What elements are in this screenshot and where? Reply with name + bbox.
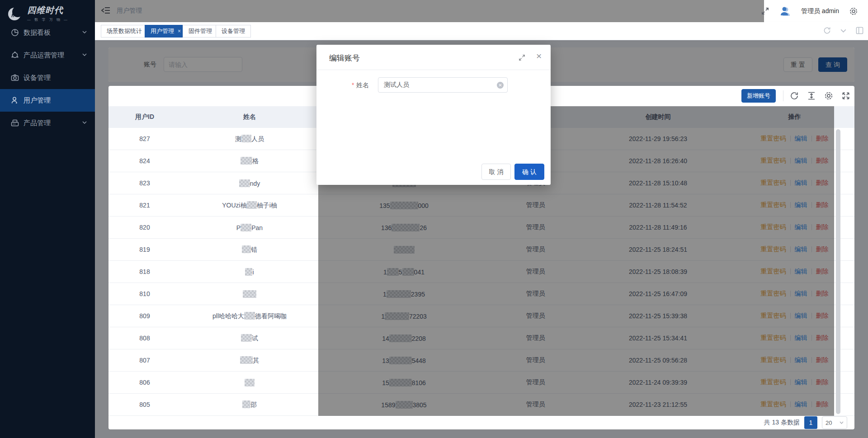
cell-name: 格 — [181, 157, 318, 165]
cell-name: 其 — [181, 356, 318, 365]
chevron-down-icon — [82, 121, 87, 124]
layout-panel-icon[interactable] — [856, 27, 863, 34]
cell-name: YOUzi柚柚子i柚 — [181, 201, 318, 210]
sidebar-menu: 数据看板 产品运营管理 设备管理 — [0, 21, 95, 134]
col-header-name: 姓名 — [181, 113, 318, 121]
cell-text: 试 — [252, 334, 258, 342]
sidebar-item-label: 产品运营管理 — [24, 51, 64, 60]
app-screen: 四维时代 — 数 字 万 物 — 数据看板 产品运营管理 — [0, 0, 868, 438]
dashboard-icon — [11, 28, 19, 37]
tab-device[interactable]: 设备管理 — [216, 25, 251, 38]
cell-name: pll哈哈哈大德看阿喝咖 — [181, 312, 318, 320]
add-account-button[interactable]: 新增账号 — [741, 89, 776, 103]
cell-name: PPan — [181, 224, 318, 231]
logo-icon — [7, 5, 24, 22]
pagination-bar: 共 13 条数据 1 20 — [108, 416, 854, 429]
cell-name: ndy — [181, 179, 318, 187]
tab-firmware[interactable]: 固件管理 — [183, 25, 218, 38]
page-number-button[interactable]: 1 — [804, 416, 817, 429]
cancel-button[interactable]: 取 消 — [481, 164, 511, 180]
redacted-blur — [240, 356, 253, 364]
top-header: 用户管理 管理员 admin — [95, 0, 868, 22]
cell-text: 邵 — [250, 401, 257, 408]
sidebar-item-label: 产品管理 — [24, 119, 51, 127]
dialog-header: 编辑账号 × — [316, 45, 551, 70]
redacted-blur — [241, 224, 251, 231]
cell-text: Pan — [251, 224, 263, 231]
tab-close-icon[interactable]: × — [178, 28, 181, 34]
tab-label: 设备管理 — [222, 28, 245, 34]
cell-text: 错 — [251, 246, 257, 253]
cell-text: 人员 — [251, 135, 264, 142]
page-size-select[interactable]: 20 — [822, 416, 847, 429]
sidebar-item-dashboard[interactable]: 数据看板 — [0, 21, 95, 44]
current-user-label[interactable]: 管理员 admin — [801, 7, 839, 15]
operations-icon — [11, 51, 19, 59]
cell-name: 试 — [181, 334, 318, 343]
total-count-label: 共 13 条数据 — [764, 419, 800, 427]
tab-label: 固件管理 — [189, 28, 212, 34]
dim-region-header — [95, 0, 764, 22]
chevron-down-icon — [82, 53, 87, 56]
required-asterisk: * — [352, 81, 354, 89]
redacted-blur — [243, 290, 256, 298]
cell-name: 测人员 — [181, 135, 318, 143]
edit-account-dialog: 编辑账号 × * 姓名 ✕ 取 消 确 认 — [316, 45, 551, 185]
redacted-blur — [241, 334, 252, 342]
user-avatar-icon[interactable] — [779, 6, 791, 17]
name-input[interactable] — [378, 77, 508, 93]
tab-user-management[interactable]: 用户管理× — [145, 25, 187, 38]
tab-label: 场景数据统计 — [107, 28, 142, 34]
cell-user-id: 805 — [108, 401, 181, 408]
sidebar-item-products[interactable]: 产品管理 — [0, 112, 95, 134]
cell-text: P — [236, 224, 241, 231]
product-box-icon — [11, 119, 19, 127]
settings-icon[interactable] — [824, 91, 833, 100]
refresh-icon[interactable] — [790, 91, 799, 100]
cell-user-id: 819 — [108, 246, 181, 253]
row-density-icon[interactable] — [807, 91, 816, 100]
tags-view-bar: 场景数据统计 用户管理× 固件管理 设备管理 — [95, 22, 868, 40]
redacted-blur — [244, 312, 255, 320]
gear-icon[interactable] — [849, 7, 858, 16]
confirm-button[interactable]: 确 认 — [514, 164, 544, 180]
fullscreen-icon[interactable] — [761, 7, 769, 15]
dialog-title: 编辑账号 — [329, 53, 360, 63]
tab-scene-stats[interactable]: 场景数据统计 — [101, 25, 148, 38]
cell-user-id: 809 — [108, 312, 181, 320]
cell-user-id: 820 — [108, 224, 181, 231]
sidebar-item-devices[interactable]: 设备管理 — [0, 66, 95, 89]
cell-user-id: 808 — [108, 334, 181, 342]
chevron-down-icon — [82, 31, 87, 33]
tab-label: 用户管理 — [151, 28, 174, 34]
redacted-blur — [245, 268, 252, 276]
cell-text: pll哈哈哈大 — [212, 312, 244, 320]
scrollbar-thumb[interactable] — [836, 129, 840, 414]
cell-user-id: 827 — [108, 135, 181, 142]
cell-text: 其 — [253, 357, 259, 364]
brand-name: 四维时代 — [27, 5, 69, 16]
expand-fullscreen-icon[interactable] — [841, 91, 850, 100]
camera-icon — [11, 74, 19, 82]
refresh-icon[interactable] — [823, 27, 831, 34]
sidebar-item-operations[interactable]: 产品运营管理 — [0, 44, 95, 66]
sidebar-item-label: 设备管理 — [24, 74, 51, 82]
dialog-expand-icon[interactable] — [518, 54, 526, 61]
cell-text: 柚子i柚 — [257, 202, 277, 209]
sidebar-item-users[interactable]: 用户管理 — [0, 89, 95, 112]
cell-user-id: 823 — [108, 179, 181, 187]
cell-text: ndy — [250, 180, 260, 187]
cell-name: 邵 — [181, 400, 318, 409]
chevron-down-icon[interactable] — [840, 27, 846, 34]
cell-name — [181, 379, 318, 386]
header-right: 管理员 admin — [761, 0, 868, 22]
tabs-controls — [823, 27, 863, 34]
redacted-blur — [241, 157, 252, 165]
clear-input-icon[interactable]: ✕ — [497, 82, 504, 89]
user-icon — [11, 96, 19, 104]
close-icon[interactable]: × — [536, 51, 542, 61]
cell-text: 德看阿喝咖 — [255, 312, 287, 320]
redacted-blur — [247, 201, 257, 209]
cell-user-id: 810 — [108, 290, 181, 297]
cell-text: i — [252, 268, 254, 276]
